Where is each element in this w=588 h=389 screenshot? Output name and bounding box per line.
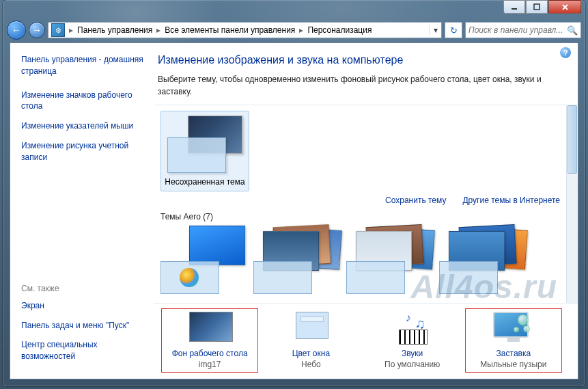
main-pane: ? Изменение изображения и звука на компь… [154, 43, 578, 379]
address-bar[interactable]: ⚙ ▸ Панель управления ▸ Все элементы пан… [48, 22, 442, 38]
theme-action-links: Сохранить тему Другие темы в Интернете [154, 191, 578, 209]
setting-title: Фон рабочего стола [165, 349, 255, 358]
sidebar-link-account-picture[interactable]: Изменение рисунка учетной записи [21, 140, 145, 163]
minimize-button[interactable] [503, 0, 525, 14]
page-description: Выберите тему, чтобы одновременно измени… [158, 73, 564, 98]
windows-orb-icon [180, 268, 199, 287]
setting-title: Цвет окна [266, 349, 356, 358]
theme-unsaved[interactable]: Несохраненная тема [160, 111, 249, 191]
sidebar: Панель управления - домашняя страница Из… [10, 43, 154, 379]
screensaver-button[interactable]: Заставка Мыльные пузыри [466, 309, 561, 372]
screensaver-icon [493, 312, 534, 345]
aero-theme-2[interactable] [253, 226, 342, 294]
sounds-button[interactable]: ♪ ♫ Звуки По умолчанию [365, 309, 460, 372]
page-title: Изменение изображения и звука на компьют… [158, 54, 578, 66]
themes-scroll-pane: Несохраненная тема Сохранить тему Другие… [154, 105, 578, 304]
sounds-icon: ♪ ♫ [392, 312, 433, 345]
my-themes-row: Несохраненная тема [154, 105, 578, 191]
theme-label: Несохраненная тема [161, 177, 249, 187]
scrollbar-thumb[interactable] [568, 105, 577, 174]
chevron-right-icon[interactable]: ▸ [298, 25, 305, 35]
aero-themes-row [154, 226, 578, 294]
control-panel-window: ← → ⚙ ▸ Панель управления ▸ Все элементы… [3, 0, 585, 386]
see-also-display[interactable]: Экран [21, 300, 145, 312]
setting-title: Заставка [468, 349, 559, 358]
wallpaper-icon [189, 312, 233, 342]
aero-theme-3[interactable] [346, 226, 435, 294]
client-area: Панель управления - домашняя страница Из… [10, 42, 578, 379]
aero-theme-4[interactable] [439, 226, 528, 294]
setting-value: img17 [165, 360, 255, 369]
desktop-background-button[interactable]: Фон рабочего стола img17 [162, 309, 257, 372]
settings-row: Фон рабочего стола img17 Цвет окна Небо … [154, 304, 578, 379]
svg-rect-0 [512, 8, 517, 10]
chevron-right-icon[interactable]: ▸ [68, 25, 74, 35]
see-also-heading: См. также [21, 284, 145, 293]
save-theme-link[interactable]: Сохранить тему [385, 196, 446, 205]
forward-button[interactable]: → [29, 22, 45, 38]
sidebar-link-mouse-pointers[interactable]: Изменение указателей мыши [21, 120, 145, 132]
sidebar-link-desktop-icons[interactable]: Изменение значков рабочего стола [21, 90, 145, 113]
maximize-button[interactable] [526, 0, 548, 14]
window-color-button[interactable]: Цвет окна Небо [263, 309, 359, 372]
breadcrumb-item[interactable]: Персонализация [305, 23, 374, 38]
breadcrumb-item[interactable]: Все элементы панели управления [162, 23, 298, 38]
window-color-icon [296, 312, 328, 339]
search-input[interactable] [468, 25, 565, 35]
control-panel-icon: ⚙ [51, 23, 65, 37]
vertical-scrollbar[interactable] [566, 105, 578, 303]
address-dropdown[interactable]: ▾ [429, 25, 441, 35]
back-button[interactable]: ← [7, 21, 26, 40]
aero-heading: Темы Aero (7) [154, 209, 578, 226]
help-icon[interactable]: ? [560, 47, 571, 58]
see-also-ease-of-access[interactable]: Центр специальных возможностей [21, 339, 145, 362]
navbar: ← → ⚙ ▸ Панель управления ▸ Все элементы… [3, 19, 585, 41]
search-icon: 🔍 [567, 25, 578, 36]
see-also-taskbar[interactable]: Панель задач и меню "Пуск" [21, 320, 145, 332]
search-box[interactable]: 🔍 [465, 22, 581, 38]
refresh-button[interactable]: ↻ [445, 22, 462, 38]
svg-rect-1 [534, 4, 540, 10]
online-themes-link[interactable]: Другие темы в Интернете [462, 196, 560, 205]
aero-theme-windows7[interactable] [160, 226, 249, 294]
breadcrumb-item[interactable]: Панель управления [74, 23, 155, 38]
sidebar-home-link[interactable]: Панель управления - домашняя страница [21, 54, 145, 77]
setting-title: Звуки [367, 349, 458, 358]
setting-value: Мыльные пузыри [468, 360, 559, 369]
setting-value: По умолчанию [367, 360, 458, 369]
setting-value: Небо [266, 360, 356, 369]
chevron-right-icon[interactable]: ▸ [155, 25, 162, 35]
theme-preview [167, 116, 242, 173]
close-button[interactable] [548, 0, 581, 14]
titlebar [3, 0, 585, 19]
